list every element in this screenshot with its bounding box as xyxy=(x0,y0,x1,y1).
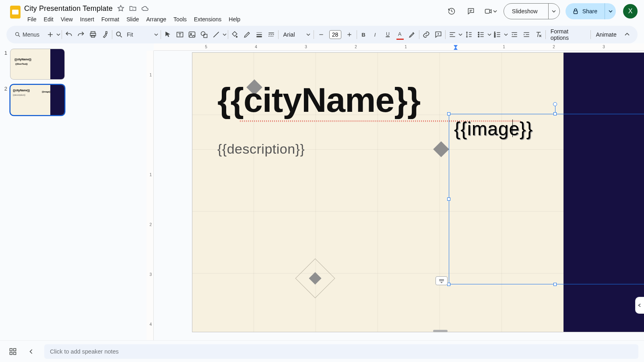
text-overflow-button[interactable] xyxy=(436,276,448,285)
zoom-combo[interactable]: Fit xyxy=(125,31,160,38)
app-logo[interactable] xyxy=(6,3,24,21)
slide-title[interactable]: {{cityName}} xyxy=(217,80,420,120)
slideshow-button[interactable]: Slideshow xyxy=(504,3,560,19)
font-family-combo[interactable]: Arial xyxy=(279,31,313,38)
search-menus-button[interactable]: Menus xyxy=(10,27,42,42)
menu-insert[interactable]: Insert xyxy=(77,14,97,24)
move-folder-icon[interactable] xyxy=(129,4,137,12)
explore-tab[interactable] xyxy=(635,297,644,314)
rotation-handle[interactable] xyxy=(553,102,557,106)
menubar: File Edit View Insert Format Slide Arran… xyxy=(24,14,445,24)
new-slide-button[interactable] xyxy=(44,27,56,42)
italic-button[interactable]: I xyxy=(370,27,382,42)
textbox-button[interactable] xyxy=(174,27,186,42)
history-icon[interactable] xyxy=(445,4,458,18)
select-tool-button[interactable] xyxy=(162,27,174,42)
menu-file[interactable]: File xyxy=(24,14,40,24)
share-dropdown[interactable] xyxy=(605,3,616,19)
fill-color-button[interactable] xyxy=(229,27,241,42)
print-button[interactable] xyxy=(87,27,99,42)
font-size-increase[interactable] xyxy=(343,27,356,42)
collapse-filmstrip-button[interactable] xyxy=(26,346,37,357)
menus-label: Menus xyxy=(23,31,39,38)
thumbnail-2[interactable]: {{cityName}} {{description}} {{image}} xyxy=(10,85,64,115)
image-placeholder[interactable]: {{image}} xyxy=(454,118,533,140)
text-color-button[interactable]: A xyxy=(394,27,406,42)
menu-edit[interactable]: Edit xyxy=(41,14,57,24)
resize-handle[interactable] xyxy=(553,283,557,286)
menu-view[interactable]: View xyxy=(58,14,76,24)
zoom-tool-button[interactable] xyxy=(113,27,125,42)
format-options-button[interactable]: Format options xyxy=(547,28,590,41)
resize-handle[interactable] xyxy=(553,112,557,115)
toolbar: Menus Fit Arial B I U A xyxy=(6,26,638,43)
slide-canvas[interactable]: {{cityName}} {{description}} xyxy=(192,53,644,332)
resize-handle[interactable] xyxy=(447,283,450,286)
canvas-area[interactable]: 5 4 3 2 1 1 2 3 4 1 1 2 3 4 xyxy=(74,43,644,340)
doc-title[interactable]: City Presentation Template xyxy=(24,4,113,13)
paint-format-button[interactable] xyxy=(99,27,111,42)
line-button[interactable] xyxy=(210,27,222,42)
meet-button[interactable] xyxy=(483,4,498,18)
grid-view-button[interactable] xyxy=(7,346,19,357)
numbered-list-dropdown[interactable] xyxy=(504,33,508,37)
menu-tools[interactable]: Tools xyxy=(170,14,190,24)
shape-button[interactable] xyxy=(198,27,210,42)
slide-description[interactable]: {{description}} xyxy=(217,141,305,157)
indent-marker-left-bottom[interactable] xyxy=(454,47,458,50)
star-icon[interactable] xyxy=(117,4,125,12)
insert-comment-button[interactable] xyxy=(432,27,444,42)
svg-point-8 xyxy=(116,32,120,36)
border-weight-button[interactable] xyxy=(253,27,265,42)
speaker-notes[interactable]: Click to add speaker notes xyxy=(44,344,638,359)
animate-button[interactable]: Animate xyxy=(592,31,620,38)
zoom-label: Fit xyxy=(127,31,143,38)
menu-format[interactable]: Format xyxy=(98,14,122,24)
align-dropdown[interactable] xyxy=(458,33,463,37)
thumbnail-1[interactable]: {{cityName}} {{ShortText}} xyxy=(10,49,64,79)
menu-extensions[interactable]: Extensions xyxy=(191,14,225,24)
redo-button[interactable] xyxy=(75,27,87,42)
thumb-number: 2 xyxy=(2,85,7,115)
slide-resize-grip[interactable] xyxy=(433,330,448,332)
new-slide-dropdown[interactable] xyxy=(56,33,61,37)
underline-button[interactable]: U xyxy=(382,27,394,42)
font-size-decrease[interactable] xyxy=(315,27,328,42)
slideshow-dropdown[interactable] xyxy=(548,4,559,19)
border-color-button[interactable] xyxy=(241,27,253,42)
align-button[interactable] xyxy=(446,27,458,42)
ruler-horizontal[interactable]: 5 4 3 2 1 1 2 3 4 xyxy=(154,43,644,51)
account-avatar[interactable]: X xyxy=(623,4,638,19)
border-dash-button[interactable] xyxy=(265,27,277,42)
comments-icon[interactable] xyxy=(464,4,478,18)
ruler-vertical[interactable]: 1 1 2 3 4 xyxy=(147,51,154,340)
clear-formatting-button[interactable] xyxy=(533,27,545,42)
image-button[interactable] xyxy=(186,27,198,42)
thumb2-desc: {{description}} xyxy=(13,94,25,96)
collapse-toolbar-button[interactable] xyxy=(621,27,634,42)
thumb2-img: {{image}} xyxy=(42,90,51,93)
filmstrip[interactable]: 1 {{cityName}} {{ShortText}} 2 {{cityNam… xyxy=(0,43,74,340)
undo-button[interactable] xyxy=(63,27,75,42)
cloud-status-icon[interactable] xyxy=(141,4,149,12)
menu-arrange[interactable]: Arrange xyxy=(143,14,169,24)
insert-link-button[interactable] xyxy=(420,27,432,42)
line-spacing-button[interactable] xyxy=(463,27,475,42)
thumb-row-1[interactable]: 1 {{cityName}} {{ShortText}} xyxy=(2,49,70,79)
thumb-row-2[interactable]: 2 {{cityName}} {{description}} {{image}} xyxy=(2,85,70,115)
line-dropdown[interactable] xyxy=(222,33,227,37)
indent-decrease-button[interactable] xyxy=(508,27,520,42)
resize-handle[interactable] xyxy=(447,197,450,201)
menu-help[interactable]: Help xyxy=(225,14,244,24)
share-button[interactable]: Share xyxy=(566,3,616,19)
bold-button[interactable]: B xyxy=(357,27,369,42)
numbered-list-button[interactable]: 123 xyxy=(491,27,504,42)
bulleted-list-dropdown[interactable] xyxy=(487,33,491,37)
indent-increase-button[interactable] xyxy=(520,27,533,42)
ruler-v-label: 1 xyxy=(149,173,152,177)
menu-slide[interactable]: Slide xyxy=(123,14,142,24)
bulleted-list-button[interactable] xyxy=(475,27,487,42)
font-size-input[interactable] xyxy=(329,30,341,39)
resize-handle[interactable] xyxy=(447,112,450,115)
highlight-button[interactable] xyxy=(406,27,418,42)
